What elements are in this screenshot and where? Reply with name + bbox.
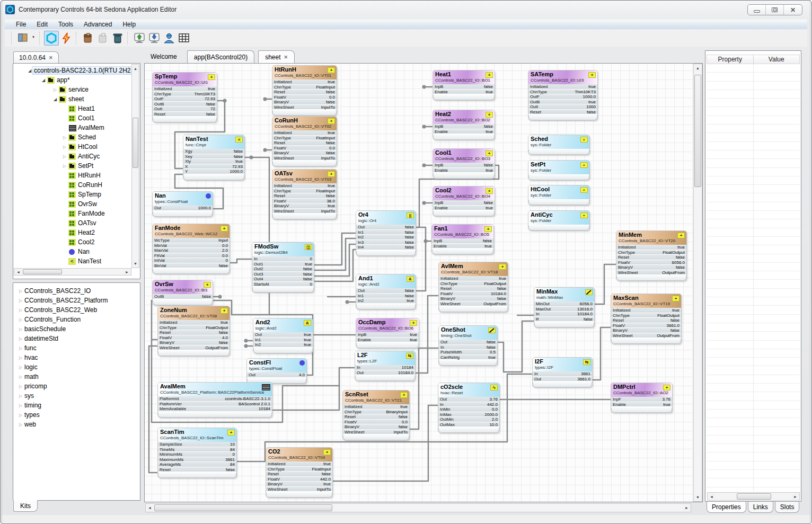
block-header[interactable]: FModSwlogic::DemuxI2B4◫	[252, 243, 314, 256]
editor-tab-sheet[interactable]: sheet✕	[258, 50, 295, 63]
block-L2F[interactable]: L2Ftypes::L2F⇆In10184Out10184.0	[355, 351, 415, 381]
editor-tab-appbascontrol20[interactable]: app(BAScontrol20)	[187, 50, 254, 63]
scroll-down-arrow[interactable]: ▼	[694, 493, 702, 501]
block-header[interactable]: Or4logic::Or4||	[356, 211, 416, 225]
expand-icon[interactable]: ▷	[51, 87, 59, 92]
slot-FloatV[interactable]: FloatV4.0	[158, 335, 230, 341]
slot-Enable[interactable]: Enabletrue	[433, 129, 495, 135]
block-header[interactable]: L2Ftypes::L2F⇆	[355, 351, 415, 365]
block-Or4[interactable]: Or4logic::Or4||OutfalseIn1falseIn2falseI…	[356, 211, 416, 256]
slot-ChnType[interactable]: ChnTypeFloatInput	[272, 136, 337, 141]
block-Cool2[interactable]: Cool2CControls_BASC22_IO::BO4+InpBfalseE…	[433, 186, 495, 216]
expand-icon[interactable]: ▷	[61, 154, 68, 159]
tree-item-htcool[interactable]: ▷HtCool	[13, 142, 132, 152]
slot-Y[interactable]: Y1000.0	[183, 169, 244, 174]
block-header[interactable]: Cool2CControls_BASC22_IO::BO4+	[433, 186, 495, 200]
block-header[interactable]: MinMemCControls_BASC22_IO::VT20+	[616, 231, 686, 245]
slot-Initialized[interactable]: Initializedtrue	[528, 84, 597, 90]
slot-ChnType[interactable]: ChnTypeFloatOutput	[616, 250, 686, 255]
kit-item-func[interactable]: ▷func	[17, 343, 137, 353]
expand-icon[interactable]: ▷	[17, 413, 24, 418]
slot-In[interactable]: In0	[252, 256, 314, 262]
slot-Reset[interactable]: Resetfalse	[153, 112, 217, 117]
slot-Out2[interactable]: Out2false	[252, 267, 314, 272]
block-AntiCyc[interactable]: AntiCycsys::Folder▪	[528, 211, 589, 230]
block-header[interactable]: OATsvCControls_BASC22_IO::VT03+	[272, 170, 337, 183]
slot-R[interactable]: Rfalse	[534, 317, 594, 322]
tree-item-service[interactable]: ▷service	[13, 85, 132, 94]
block-header[interactable]: Schedsys::Folder▪	[528, 135, 589, 149]
scroll-thumb[interactable]	[154, 504, 332, 511]
block-I2F[interactable]: I2Ftypes::I2F⇆In3661Out3661.0	[533, 358, 592, 387]
slot-In1[interactable]: In1false	[356, 294, 416, 299]
scroll-left-arrow[interactable]: ◄	[146, 504, 154, 512]
tree-item-ovrsw[interactable]: OvrSw	[13, 199, 132, 209]
inspector-tab-links[interactable]: Links	[748, 502, 773, 513]
slot-Out[interactable]: Out3.76	[438, 397, 499, 402]
slot-MaximumMs[interactable]: MaximumMs3661	[158, 457, 236, 463]
slot-BinaryV[interactable]: BinaryVfalse	[616, 265, 686, 270]
slot-FloatV[interactable]: FloatV6056.0	[616, 260, 686, 265]
inspector-hscrollbar[interactable]: ◄ ►	[707, 492, 800, 501]
nav-tab[interactable]: 10.0.0.64 ✕	[13, 51, 59, 64]
wire[interactable]	[314, 244, 356, 276]
block-Heat1[interactable]: Heat1CControls_BASC22_IO::BO1+InpBfalseE…	[433, 70, 495, 100]
slot-WireSheet[interactable]: WireSheetOutputFrom	[439, 301, 508, 307]
block-OvrSw[interactable]: OvrSwCControls_BASC22_IO::BI1+OutBfalse	[153, 280, 213, 305]
slot-BinaryV[interactable]: BinaryVfalse	[272, 100, 337, 105]
block-header[interactable]: Heat1CControls_BASC22_IO::BO1+	[433, 70, 495, 84]
block-ZoneNum[interactable]: ZoneNumCControls_BASC22_IO::VT08+Initial…	[158, 306, 230, 356]
expand-icon[interactable]: ▷	[17, 317, 24, 322]
slot-TimeMs[interactable]: TimeMs84	[158, 447, 236, 452]
editor-tab-welcome[interactable]: Welcome	[144, 50, 183, 63]
tree-item-sptemp[interactable]: SpTemp	[13, 190, 132, 199]
slot-FloatV[interactable]: FloatV0.0	[343, 420, 409, 425]
menu-file[interactable]: File	[11, 20, 31, 29]
block-SpTemp[interactable]: SpTempCControls_BASC22_IO::UI1+Initializ…	[153, 73, 217, 122]
expand-icon[interactable]: ▷	[17, 298, 24, 303]
kit-item-web[interactable]: ▷web	[17, 420, 137, 429]
block-SetPt[interactable]: SetPtsys::Folder▪	[528, 161, 589, 180]
kit-item-sys[interactable]: ▷sys	[17, 391, 137, 401]
close-button[interactable]: ✕	[784, 5, 802, 15]
slot-Reset[interactable]: Resetfalse	[272, 140, 337, 146]
block-FanMode[interactable]: FanModeCControls_BASC22_Web::WC12+WcType…	[153, 224, 230, 274]
scroll-up-arrow[interactable]: ▲	[694, 64, 702, 72]
slot-ChnType[interactable]: ChnTypeFloatOutput	[439, 281, 508, 287]
slot-Out[interactable]: Out3661.0	[533, 377, 592, 382]
slot-Out[interactable]: Out10184.0	[355, 370, 415, 376]
slot-Reset[interactable]: Resetfalse	[343, 414, 409, 420]
block-header[interactable]: CO2CControls_BASC22_IO::VT04+	[266, 448, 332, 461]
block-header[interactable]: ScanTimCControls_BASC22_IO::ScanTim+	[158, 428, 236, 442]
slot-ChnType[interactable]: ChnTypeFloatOutput	[158, 325, 230, 331]
block-header[interactable]: I2Ftypes::I2F⇆	[533, 358, 592, 371]
tree-item-htrunh[interactable]: HtRunH	[13, 171, 132, 180]
slot-InpB[interactable]: InpBtrue	[356, 332, 419, 338]
slot-SampleSize[interactable]: SampleSize10	[158, 442, 236, 447]
slot-Reset[interactable]: Resetfalse	[272, 193, 337, 199]
tree-item-fanmode[interactable]: FanMode	[13, 209, 132, 218]
block-header[interactable]: Fan1CControls_BASC22_IO::BO5+	[432, 225, 493, 238]
slot-OutB[interactable]: OutBtrue	[528, 100, 597, 105]
slot-In1[interactable]: In1true	[253, 338, 313, 343]
kits-tab[interactable]: Kits	[13, 500, 38, 512]
slot-FloatV[interactable]: FloatV0.0	[272, 95, 337, 100]
block-header[interactable]: SpTempCControls_BASC22_IO::UI1+	[153, 73, 217, 86]
tree-item-sheet[interactable]: ◢sheet	[13, 94, 132, 104]
tree-item-sched[interactable]: ▷Sched	[13, 132, 132, 142]
grid-view-button[interactable]	[176, 31, 191, 46]
slot-MemAvailable[interactable]: MemAvailable10184	[158, 406, 272, 412]
block-header[interactable]: AntiCycsys::Folder▪	[528, 211, 589, 225]
scroll-thumb[interactable]	[133, 118, 138, 168]
slot-Reset[interactable]: Resetfalse	[528, 110, 597, 115]
block-OATsv[interactable]: OATsvCControls_BASC22_IO::VT03+Initializ…	[272, 170, 337, 219]
inspector-tab-properties[interactable]: Properties	[707, 502, 746, 513]
kit-item-hvac[interactable]: ▷hvac	[17, 353, 137, 362]
kit-item-ccontrols_basc22_platform[interactable]: ▷CControls_BASC22_Platform	[17, 296, 137, 305]
slot-FloatV[interactable]: FloatV0.0	[272, 146, 337, 151]
slot-Reset[interactable]: Resetfalse	[158, 330, 230, 335]
expand-icon[interactable]: ▷	[17, 336, 24, 341]
slot-AverageMs[interactable]: AverageMs84	[158, 462, 236, 467]
block-ScanTim[interactable]: ScanTimCControls_BASC22_IO::ScanTim+Samp…	[158, 428, 236, 478]
expand-icon[interactable]: ▷	[17, 327, 24, 332]
